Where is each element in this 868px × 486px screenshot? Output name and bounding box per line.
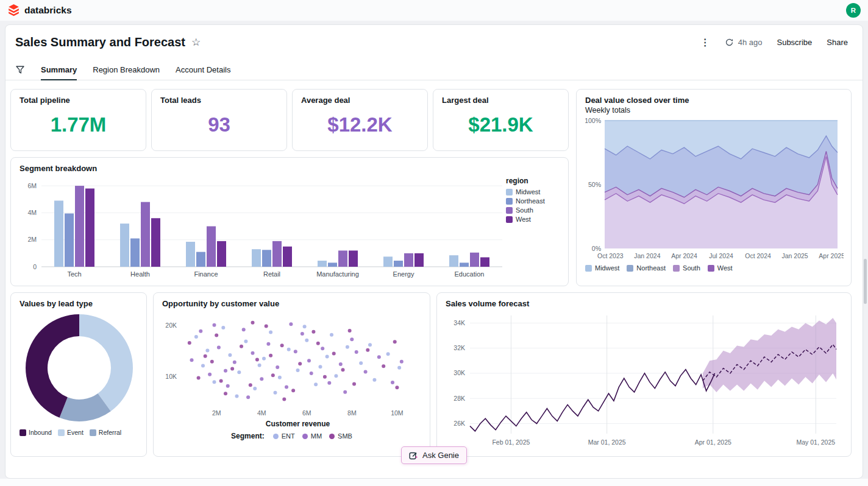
scatter-point-mm[interactable] xyxy=(208,373,212,376)
legend-item-mm[interactable]: MM xyxy=(302,432,322,440)
scatter-point-ent[interactable] xyxy=(244,340,247,343)
forecast-confidence-band[interactable] xyxy=(703,318,836,392)
refresh-button[interactable]: 4h ago xyxy=(725,38,763,47)
opportunity-scatter-chart[interactable]: 2M4M6M8M10M10K20K xyxy=(162,311,422,419)
scatter-point-ent[interactable] xyxy=(262,357,266,361)
scatter-point-mm[interactable] xyxy=(343,390,347,394)
scatter-point-ent[interactable] xyxy=(303,325,307,328)
scatter-point-mm[interactable] xyxy=(294,350,297,353)
scatter-point-ent[interactable] xyxy=(330,333,333,337)
segment-breakdown-bar-chart[interactable]: 02M4M6MTechHealthFinanceRetailManufactur… xyxy=(20,174,506,281)
scatter-point-mm[interactable] xyxy=(339,362,343,366)
scatter-point-mm[interactable] xyxy=(350,337,354,341)
scatter-point-mm[interactable] xyxy=(224,369,227,373)
scatter-point-mm[interactable] xyxy=(377,355,381,359)
scatter-point-mm[interactable] xyxy=(285,386,288,389)
bar-west[interactable] xyxy=(85,189,94,267)
scatter-point-smb[interactable] xyxy=(393,340,397,343)
scatter-point-ent[interactable] xyxy=(221,326,225,329)
scatter-point-mm[interactable] xyxy=(246,395,250,399)
scatter-point-mm[interactable] xyxy=(217,346,221,350)
bar-midwest[interactable] xyxy=(252,249,261,267)
scatter-point-ent[interactable] xyxy=(269,331,272,334)
scatter-point-ent[interactable] xyxy=(228,353,232,357)
scatter-point-ent[interactable] xyxy=(359,361,363,365)
scatter-point-mm[interactable] xyxy=(327,381,331,385)
scatter-point-ent[interactable] xyxy=(319,365,322,368)
scatter-point-ent[interactable] xyxy=(205,349,209,353)
scatter-point-smb[interactable] xyxy=(332,352,336,356)
bar-west[interactable] xyxy=(283,247,292,267)
donut-slice-event[interactable] xyxy=(79,314,133,411)
scatter-point-smb[interactable] xyxy=(323,375,327,379)
scatter-point-mm[interactable] xyxy=(226,384,230,388)
bar-south[interactable] xyxy=(470,253,479,267)
scatter-point-smb[interactable] xyxy=(249,383,252,387)
legend-item-referral[interactable]: Referral xyxy=(90,429,121,436)
scatter-point-mm[interactable] xyxy=(364,370,368,374)
scatter-point-smb[interactable] xyxy=(311,330,315,334)
bar-northeast[interactable] xyxy=(130,238,140,267)
scatter-point-ent[interactable] xyxy=(326,355,329,359)
lead-type-donut-chart[interactable] xyxy=(20,311,139,426)
scatter-point-ent[interactable] xyxy=(194,335,198,339)
legend-item-midwest[interactable]: Midwest xyxy=(585,264,619,272)
scatter-point-mm[interactable] xyxy=(321,347,324,350)
bar-south[interactable] xyxy=(272,241,282,267)
scatter-point-smb[interactable] xyxy=(210,360,214,364)
scatter-point-mm[interactable] xyxy=(233,361,237,364)
scatter-point-mm[interactable] xyxy=(190,358,194,362)
scatter-point-ent[interactable] xyxy=(235,395,239,398)
scatter-point-smb[interactable] xyxy=(282,398,286,401)
scatter-point-smb[interactable] xyxy=(197,376,201,380)
scatter-point-smb[interactable] xyxy=(366,348,369,352)
legend-item-northeast[interactable]: Northeast xyxy=(627,264,666,272)
scatter-point-smb[interactable] xyxy=(271,373,275,377)
scatter-point-smb[interactable] xyxy=(348,329,352,333)
scatter-point-ent[interactable] xyxy=(274,391,277,395)
bar-south[interactable] xyxy=(141,202,150,267)
scatter-point-mm[interactable] xyxy=(400,360,404,364)
scatter-point-ent[interactable] xyxy=(237,370,241,374)
scrollbar-thumb[interactable] xyxy=(864,259,867,304)
bar-west[interactable] xyxy=(217,241,226,267)
scatter-point-ent[interactable] xyxy=(253,387,257,390)
sales-volume-forecast-chart[interactable]: 26K28K30K32K34KFeb 01, 2025Mar 01, 2025A… xyxy=(446,309,844,449)
scatter-point-smb[interactable] xyxy=(230,367,234,371)
scatter-point-ent[interactable] xyxy=(397,366,401,370)
bar-midwest[interactable] xyxy=(120,224,129,267)
bar-northeast[interactable] xyxy=(196,252,205,267)
bar-west[interactable] xyxy=(414,253,424,267)
bar-midwest[interactable] xyxy=(186,242,195,267)
scatter-point-smb[interactable] xyxy=(382,364,385,368)
scatter-point-mm[interactable] xyxy=(355,350,358,354)
more-options-button[interactable]: ⋮ xyxy=(700,37,710,48)
scatter-point-smb[interactable] xyxy=(188,341,191,345)
scatter-point-mm[interactable] xyxy=(289,322,293,326)
bar-south[interactable] xyxy=(75,186,84,267)
scatter-point-mm[interactable] xyxy=(251,351,255,355)
filter-icon[interactable] xyxy=(15,65,25,74)
scatter-point-mm[interactable] xyxy=(266,342,270,346)
legend-item-northeast[interactable]: Northeast xyxy=(506,197,558,205)
scatter-point-smb[interactable] xyxy=(255,358,259,362)
legend-item-inbound[interactable]: Inbound xyxy=(20,429,52,436)
legend-item-south[interactable]: South xyxy=(506,206,558,214)
bar-northeast[interactable] xyxy=(394,261,403,267)
bar-northeast[interactable] xyxy=(328,262,337,267)
bar-midwest[interactable] xyxy=(318,261,327,267)
bar-northeast[interactable] xyxy=(262,250,271,267)
scatter-point-mm[interactable] xyxy=(391,381,394,384)
subscribe-button[interactable]: Subscribe xyxy=(777,38,812,47)
bar-south[interactable] xyxy=(338,250,347,267)
scatter-point-smb[interactable] xyxy=(352,382,356,386)
scatter-point-ent[interactable] xyxy=(346,345,349,349)
bar-west[interactable] xyxy=(480,257,489,267)
scatter-point-mm[interactable] xyxy=(213,323,216,327)
legend-item-west[interactable]: West xyxy=(506,216,558,223)
scatter-point-ent[interactable] xyxy=(368,343,372,347)
bar-west[interactable] xyxy=(349,250,358,267)
scatter-point-smb[interactable] xyxy=(341,368,345,372)
legend-item-ent[interactable]: ENT xyxy=(273,432,295,440)
bar-northeast[interactable] xyxy=(65,213,74,267)
